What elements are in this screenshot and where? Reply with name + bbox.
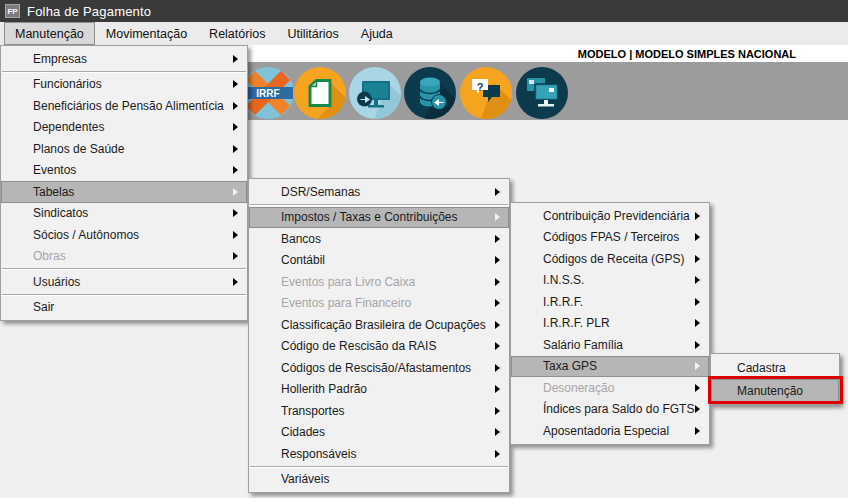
menu-item-label: Sair xyxy=(33,300,54,314)
send-to-screen-icon[interactable] xyxy=(349,67,401,119)
help-icon-text: ? xyxy=(477,81,484,93)
submenu-arrow-icon xyxy=(695,427,700,435)
menu-item-label: Eventos xyxy=(33,163,76,177)
irrf-icon-text: IRRF xyxy=(256,88,279,99)
taxa-gps-submenu: CadastraManutenção xyxy=(710,353,840,405)
menu-item-salario-familia[interactable]: Salário Família xyxy=(511,334,709,356)
submenu-arrow-icon xyxy=(495,299,500,307)
manutencao-menu: EmpresasFuncionáriosBeneficiários de Pen… xyxy=(0,45,248,321)
menu-item-label: Dependentes xyxy=(33,120,104,134)
help-chat-icon[interactable]: ? xyxy=(460,67,512,119)
submenu-arrow-icon xyxy=(233,80,238,88)
menu-item-dsr-semanas[interactable]: DSR/Semanas xyxy=(249,181,509,203)
menu-item-contribuicao-previdenciaria[interactable]: Contribuição Previdenciária xyxy=(511,205,709,227)
menu-item-label: I.R.R.F. PLR xyxy=(543,316,610,330)
menu-item-responsaveis[interactable]: Responsáveis xyxy=(249,443,509,465)
submenu-arrow-icon xyxy=(695,362,700,370)
menu-item-label: Variáveis xyxy=(281,472,329,486)
menu-item-i-r-r-f-plr[interactable]: I.R.R.F. PLR xyxy=(511,313,709,335)
menubar-item-manutencao[interactable]: Manutenção xyxy=(4,22,95,45)
menu-item-label: Cadastra xyxy=(737,361,786,375)
submenu-arrow-icon xyxy=(695,384,700,392)
menu-item-label: DSR/Semanas xyxy=(281,185,360,199)
menubar: Manutenção Movimentação Relatórios Utili… xyxy=(0,22,848,45)
menu-item-cidades[interactable]: Cidades xyxy=(249,422,509,444)
menu-item-sindicatos[interactable]: Sindicatos xyxy=(1,203,247,225)
menu-item-label: Funcionários xyxy=(33,77,102,91)
menu-item-label: Responsáveis xyxy=(281,447,356,461)
menu-separator xyxy=(250,466,508,468)
menu-item-eventos[interactable]: Eventos xyxy=(1,160,247,182)
submenu-arrow-icon xyxy=(233,123,238,131)
menu-item-desoneracao: Desoneração xyxy=(511,377,709,399)
menu-item-empresas[interactable]: Empresas xyxy=(1,48,247,70)
submenu-arrow-icon xyxy=(495,188,500,196)
menubar-item-ajuda[interactable]: Ajuda xyxy=(350,22,404,45)
remote-computers-icon[interactable] xyxy=(516,67,568,119)
menu-item-planos-de-saude[interactable]: Planos de Saúde xyxy=(1,138,247,160)
menu-item-hollerith-padrao[interactable]: Hollerith Padrão xyxy=(249,379,509,401)
menu-item-obras: Obras xyxy=(1,246,247,268)
menu-item-bancos[interactable]: Bancos xyxy=(249,228,509,250)
menu-item-label: Cidades xyxy=(281,425,325,439)
window-title: Folha de Pagamento xyxy=(27,4,151,19)
menu-item-classificacao-brasileira-de-ocupacoes[interactable]: Classificação Brasileira de Ocupações xyxy=(249,314,509,336)
menu-item-manutencao[interactable]: Manutenção xyxy=(711,379,839,402)
menu-item-aposentadoria-especial[interactable]: Aposentadoria Especial xyxy=(511,420,709,442)
submenu-arrow-icon xyxy=(695,341,700,349)
menu-item-label: Códigos FPAS / Terceiros xyxy=(543,230,679,244)
menubar-item-relatorios[interactable]: Relatórios xyxy=(198,22,276,45)
submenu-arrow-icon xyxy=(495,256,500,264)
menu-item-taxa-gps[interactable]: Taxa GPS xyxy=(511,356,709,378)
submenu-arrow-icon xyxy=(233,166,238,174)
menu-item-funcionarios[interactable]: Funcionários xyxy=(1,74,247,96)
menu-item-label: Taxa GPS xyxy=(543,359,597,373)
menu-item-dependentes[interactable]: Dependentes xyxy=(1,117,247,139)
submenu-arrow-icon xyxy=(495,278,500,286)
menu-item-indices-para-saldo-do-fgts[interactable]: Índices para Saldo do FGTS xyxy=(511,399,709,421)
menu-item-label: Eventos para Financeiro xyxy=(281,296,411,310)
irrf-icon[interactable]: IRRF xyxy=(242,67,294,119)
menu-item-codigos-de-rescisao-afastamentos[interactable]: Códigos de Rescisão/Afastamentos xyxy=(249,357,509,379)
menu-item-tabelas[interactable]: Tabelas xyxy=(1,181,247,203)
submenu-arrow-icon xyxy=(495,342,500,350)
menu-item-label: Obras xyxy=(33,249,66,263)
menu-item-socios-autonomos[interactable]: Sócios / Autônomos xyxy=(1,224,247,246)
menubar-item-utilitarios[interactable]: Utilitários xyxy=(276,22,349,45)
submenu-arrow-icon xyxy=(495,213,500,221)
menubar-item-movimentacao[interactable]: Movimentação xyxy=(95,22,198,45)
submenu-arrow-icon xyxy=(695,212,700,220)
menu-item-contabil[interactable]: Contábil xyxy=(249,250,509,272)
menu-item-label: Manutenção xyxy=(737,384,803,398)
new-document-icon[interactable] xyxy=(294,67,346,119)
menu-separator xyxy=(2,71,246,73)
menu-item-eventos-para-financeiro: Eventos para Financeiro xyxy=(249,293,509,315)
submenu-arrow-icon xyxy=(495,235,500,243)
database-restore-icon[interactable] xyxy=(404,67,456,119)
menu-item-codigo-de-rescisao-da-rais[interactable]: Código de Rescisão da RAIS xyxy=(249,336,509,358)
app-icon[interactable]: FP xyxy=(5,4,20,18)
menu-item-variaveis[interactable]: Variáveis xyxy=(249,469,509,491)
menu-item-cadastra[interactable]: Cadastra xyxy=(711,356,839,379)
menu-item-transportes[interactable]: Transportes xyxy=(249,400,509,422)
menu-item-sair[interactable]: Sair xyxy=(1,297,247,319)
menu-item-usuarios[interactable]: Usuários xyxy=(1,271,247,293)
submenu-arrow-icon xyxy=(233,145,238,153)
menu-item-label: Empresas xyxy=(33,52,87,66)
menu-item-codigos-fpas-terceiros[interactable]: Códigos FPAS / Terceiros xyxy=(511,227,709,249)
menu-separator xyxy=(250,204,508,206)
submenu-arrow-icon xyxy=(495,385,500,393)
submenu-arrow-icon xyxy=(495,364,500,372)
menu-item-impostos-taxas-e-contribuicoes[interactable]: Impostos / Taxas e Contribuições xyxy=(249,207,509,229)
submenu-arrow-icon xyxy=(695,405,700,413)
menu-item-i-r-r-f[interactable]: I.R.R.F. xyxy=(511,291,709,313)
menu-item-label: Transportes xyxy=(281,404,345,418)
menu-item-codigos-de-receita-gps[interactable]: Códigos de Receita (GPS) xyxy=(511,248,709,270)
menu-item-label: Índices para Saldo do FGTS xyxy=(543,402,694,416)
menu-item-label: Aposentadoria Especial xyxy=(543,424,669,438)
menu-item-label: Classificação Brasileira de Ocupações xyxy=(281,318,486,332)
menu-item-label: Usuários xyxy=(33,275,80,289)
submenu-arrow-icon xyxy=(233,55,238,63)
menu-item-beneficiarios-de-pensao-alimenticia[interactable]: Beneficiários de Pensão Alimentícia xyxy=(1,95,247,117)
menu-item-i-n-s-s[interactable]: I.N.S.S. xyxy=(511,270,709,292)
